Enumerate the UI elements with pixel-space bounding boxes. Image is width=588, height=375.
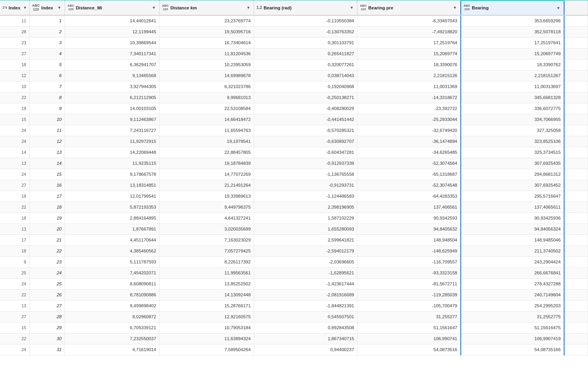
table-cell: 7,589504264 — [159, 344, 254, 355]
table-cell: 148,948504 — [357, 234, 461, 245]
col-label-index: Index — [41, 5, 53, 10]
table-cell: 28 — [0, 26, 29, 37]
table-cell: 5,872193353 — [65, 202, 159, 213]
table-cell: 22 — [0, 289, 29, 300]
table-cell: 9,99681013 — [159, 92, 254, 103]
table-cell: 24 — [0, 344, 29, 355]
table-cell: 16,73404614 — [159, 37, 254, 48]
table-cell: 3,020035699 — [159, 224, 254, 234]
table-cell: 327,325058 — [461, 125, 564, 136]
filter-btn-bearing[interactable]: ▼ — [555, 5, 561, 11]
table-cell: 22,53108584 — [159, 103, 254, 114]
type-icon-orig: 1²₃ — [2, 6, 7, 9]
table-cell-extra — [564, 256, 588, 267]
table-cell: 2,599641821 — [254, 234, 357, 245]
filter-btn-dist-km[interactable]: ▼ — [245, 5, 251, 10]
table-row: 22268,78109088614,13092448-2,081916689-1… — [0, 289, 588, 300]
table-cell: 20 — [29, 224, 65, 234]
filter-btn-dist-mi[interactable]: ▼ — [151, 5, 157, 10]
table-cell: 15,28766171 — [159, 300, 254, 311]
table-cell: 307,6925435 — [461, 158, 564, 169]
table-cell: 4,71619014 — [65, 344, 159, 355]
table-cell: 7,340117341 — [65, 48, 159, 59]
table-cell: 21 — [29, 234, 65, 245]
table-row: 18192,8841648954,6413272411,58710222990,… — [0, 213, 588, 224]
table-cell: 106,9907419 — [461, 333, 564, 344]
table-cell: 148,9485046 — [461, 234, 564, 245]
table-cell: 15 — [29, 169, 65, 180]
table-cell: 11,0031369 — [357, 81, 461, 92]
table-cell: 11,9235115 — [65, 158, 159, 169]
table-cell: -81,5672711 — [357, 278, 461, 289]
table-row: 271613,1831485121,21491264-0,91293731-52… — [0, 180, 588, 191]
table-cell: 11 — [0, 15, 29, 26]
table-cell: 12,01799541 — [65, 191, 159, 202]
type-icon-index: ABC 123 — [32, 4, 40, 12]
table-cell-extra — [564, 92, 588, 103]
table-cell: 10 — [0, 81, 29, 92]
table-cell: 137,4065611 — [461, 202, 564, 213]
table-cell: 2,398196905 — [254, 202, 357, 213]
table-cell: 13 — [0, 300, 29, 311]
table-cell: 12 — [0, 70, 29, 81]
table-cell: 9,178667578 — [65, 169, 159, 180]
table-cell: 25 — [0, 267, 29, 278]
table-cell: 14,00103105 — [65, 103, 159, 114]
table-cell: 22 — [0, 333, 29, 344]
table-cell: 18,3390076 — [357, 59, 461, 70]
table-cell: 1,867340715 — [254, 333, 357, 344]
table-cell: 1,655280093 — [254, 224, 357, 234]
filter-btn-bearing-pre[interactable]: ▼ — [452, 5, 458, 10]
table-row: 13279,49989840215,28766171-1,844821391-1… — [0, 300, 588, 311]
table-cell: 353,6659296 — [461, 15, 564, 26]
table-cell-extra — [564, 278, 588, 289]
table-row: 23310,3986954416,734046140,30110379117,2… — [0, 37, 588, 48]
table-body: 11114,4401264123,23769774-0,110550384-6,… — [0, 15, 588, 355]
table-row: 1856,36294170710,239530590,32007726118,3… — [0, 59, 588, 70]
table-cell: -0,604347281 — [254, 147, 357, 158]
table-cell-extra — [564, 300, 588, 311]
table-row: 24258,60809081113,85252502-1,423617444-8… — [0, 278, 588, 289]
table-cell-extra — [564, 191, 588, 202]
table-cell-extra — [564, 180, 588, 191]
table-cell: 27 — [0, 311, 29, 322]
table-cell: 7,454202071 — [65, 267, 159, 278]
table-cell: 5,111787593 — [65, 256, 159, 267]
table-cell: -1,124486583 — [254, 191, 357, 202]
table-cell: 137,406561 — [357, 202, 461, 213]
table-row: 15109,11246386714,66418472-0,441451442-2… — [0, 114, 588, 125]
table-cell: 9,112463867 — [65, 114, 159, 125]
table-cell: -0,91293731 — [254, 180, 357, 191]
filter-btn-bearing-rad[interactable]: ▼ — [349, 5, 355, 10]
table-cell: -119,285039 — [357, 289, 461, 300]
table-cell: -0,408280029 — [254, 103, 357, 114]
table-cell: 0,892843508 — [254, 322, 357, 333]
table-cell: 30 — [29, 333, 65, 344]
table-cell: -2,03696605 — [254, 256, 357, 267]
table-cell-extra — [564, 333, 588, 344]
table-row: 141314,2206944822,88457805-0,604347281-3… — [0, 147, 588, 158]
table-cell: 1,587102229 — [254, 213, 357, 224]
table-cell-extra — [564, 48, 588, 59]
table-row: 28212,119944519,50395716-0,130763352-7,4… — [0, 26, 588, 37]
table-cell-extra — [564, 15, 588, 26]
table-cell-extra — [564, 81, 588, 92]
table-cell-extra — [564, 136, 588, 147]
table-cell: 7,057279425 — [159, 245, 254, 256]
table-cell-extra — [564, 114, 588, 125]
table-cell: 106,990741 — [357, 333, 461, 344]
table-cell: 90,9342593 — [357, 213, 461, 224]
table-cell: 1,87667891 — [65, 224, 159, 234]
table-cell: -116,709557 — [357, 256, 461, 267]
table-cell: 8,02960872 — [65, 311, 159, 322]
table-cell: 15 — [0, 114, 29, 125]
table-cell: 23 — [29, 256, 65, 267]
filter-btn-index[interactable]: ▼ — [56, 5, 63, 10]
table-cell: 4,385460562 — [65, 245, 159, 256]
col-label-dist-mi: Distance_Mi — [76, 5, 102, 10]
table-cell: 4 — [29, 48, 65, 59]
table-cell: -93,3323158 — [357, 267, 461, 278]
col-label-bearing-pre: Bearing pre — [368, 5, 393, 10]
table-cell: 0,265411827 — [254, 48, 357, 59]
filter-btn-orig[interactable]: ▼ — [22, 5, 28, 10]
